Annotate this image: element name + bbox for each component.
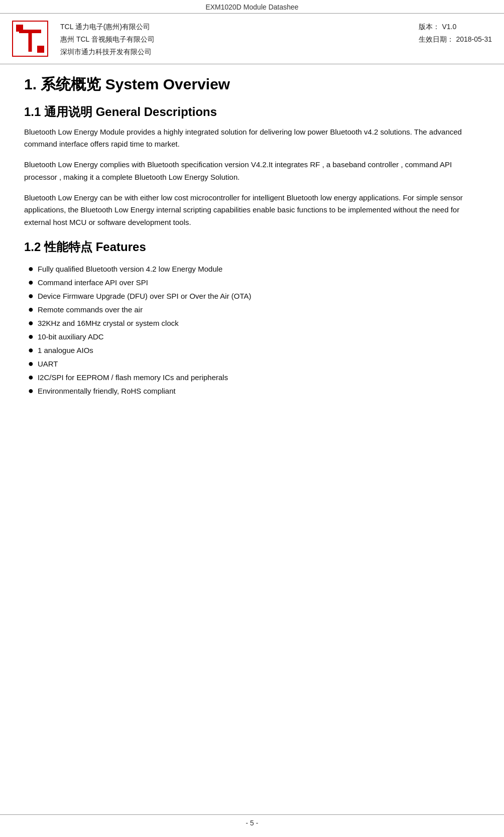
main-content: 1. 系统概览 System Overview 1.1 通用说明 General…: [0, 64, 504, 423]
section-1-1-title: 1.1 通用说明 General Descriptions: [24, 104, 480, 120]
page-number: - 5 -: [246, 819, 259, 827]
para-1-1-2: Bluetooth Low Energy complies with Bluet…: [24, 159, 480, 184]
version-info: 版本： V1.0 生效日期： 2018-05-31: [419, 21, 492, 46]
list-item: ● Command interface API over SPI: [28, 276, 480, 289]
feature-text-4: 32KHz and 16MHz crystal or system clock: [38, 316, 179, 330]
version-line: 版本： V1.0: [419, 21, 492, 33]
company-line-3: 深圳市通力科技开发有限公司: [60, 46, 407, 58]
feature-text-8: I2C/SPI for EEPROM / flash memory ICs an…: [38, 371, 228, 384]
date-line: 生效日期： 2018-05-31: [419, 33, 492, 46]
bullet-icon: ●: [28, 291, 34, 300]
bullet-icon: ●: [28, 373, 34, 382]
version-value: V1.0: [442, 23, 456, 31]
feature-text-2: Device Firmware Upgrade (DFU) over SPI o…: [38, 289, 251, 303]
section-1-title: 1. 系统概览 System Overview: [24, 74, 480, 95]
bullet-icon: ●: [28, 264, 34, 273]
feature-text-1: Command interface API over SPI: [38, 276, 148, 289]
feature-text-7: UART: [38, 357, 58, 371]
version-label: 版本：: [419, 23, 440, 31]
section-1-2: 1.2 性能特点 Features ● Fully qualified Blue…: [24, 239, 480, 398]
company-line-1: TCL 通力电子(惠州)有限公司: [60, 21, 407, 33]
list-item: ● Environmentally friendly, RoHS complia…: [28, 384, 480, 398]
company-info: TCL 通力电子(惠州)有限公司 惠州 TCL 音视频电子有限公司 深圳市通力科…: [60, 21, 407, 59]
section-1-1: 1.1 通用说明 General Descriptions Bluetooth …: [24, 104, 480, 229]
bullet-icon: ●: [28, 318, 34, 327]
bullet-icon: ●: [28, 386, 34, 395]
list-item: ● 32KHz and 16MHz crystal or system cloc…: [28, 316, 480, 330]
page-title-bar: EXM1020D Module Datashee: [0, 0, 504, 14]
section-1-2-title: 1.2 性能特点 Features: [24, 239, 480, 255]
para-1-1-1: Bluetooth Low Energy Module provides a h…: [24, 126, 480, 151]
feature-text-6: 1 analogue AIOs: [38, 343, 93, 357]
feature-text-9: Environmentally friendly, RoHS compliant: [38, 384, 176, 398]
list-item: ● Device Firmware Upgrade (DFU) over SPI…: [28, 289, 480, 303]
feature-text-3: Remote commands over the air: [38, 303, 143, 316]
bullet-icon: ●: [28, 332, 34, 341]
feature-text-0: Fully qualified Bluetooth version 4.2 lo…: [38, 262, 223, 276]
list-item: ● 10-bit auxiliary ADC: [28, 330, 480, 343]
para-1-1-3: Bluetooth Low Energy can be with either …: [24, 192, 480, 229]
header: TCL 通力电子(惠州)有限公司 惠州 TCL 音视频电子有限公司 深圳市通力科…: [0, 14, 504, 64]
company-logo: [12, 21, 48, 57]
bullet-icon: ●: [28, 278, 34, 287]
list-item: ● UART: [28, 357, 480, 371]
list-item: ● Fully qualified Bluetooth version 4.2 …: [28, 262, 480, 276]
feature-text-5: 10-bit auxiliary ADC: [38, 330, 104, 343]
page-footer: - 5 -: [0, 814, 504, 827]
features-list: ● Fully qualified Bluetooth version 4.2 …: [24, 262, 480, 398]
bullet-icon: ●: [28, 305, 34, 314]
document-title: EXM1020D Module Datashee: [205, 3, 298, 11]
bullet-icon: ●: [28, 345, 34, 354]
date-label: 生效日期：: [419, 35, 454, 43]
bullet-icon: ●: [28, 359, 34, 368]
list-item: ● I2C/SPI for EEPROM / flash memory ICs …: [28, 371, 480, 384]
list-item: ● Remote commands over the air: [28, 303, 480, 316]
company-line-2: 惠州 TCL 音视频电子有限公司: [60, 33, 407, 46]
list-item: ● 1 analogue AIOs: [28, 343, 480, 357]
date-value: 2018-05-31: [456, 35, 492, 43]
